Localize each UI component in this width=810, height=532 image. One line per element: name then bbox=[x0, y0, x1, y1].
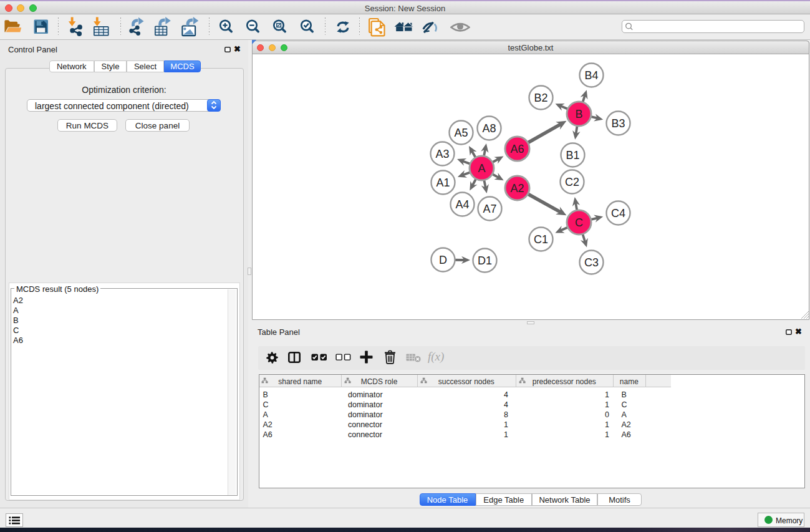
svg-text:C: C bbox=[575, 216, 583, 228]
svg-text:A6: A6 bbox=[510, 142, 524, 155]
svg-text:A8: A8 bbox=[482, 122, 496, 134]
svg-text:A5: A5 bbox=[454, 126, 468, 138]
svg-text:C2: C2 bbox=[564, 175, 579, 188]
svg-text:B1: B1 bbox=[566, 148, 579, 161]
svg-text:B4: B4 bbox=[584, 69, 598, 81]
svg-text:B3: B3 bbox=[611, 117, 625, 129]
svg-text:A2: A2 bbox=[510, 181, 524, 194]
svg-text:C4: C4 bbox=[610, 206, 625, 219]
svg-text:A3: A3 bbox=[435, 147, 449, 160]
svg-text:B2: B2 bbox=[534, 91, 547, 104]
svg-text:A7: A7 bbox=[483, 202, 496, 215]
svg-text:B: B bbox=[575, 107, 582, 120]
svg-text:D1: D1 bbox=[477, 254, 491, 266]
svg-text:A4: A4 bbox=[455, 198, 469, 210]
svg-text:C3: C3 bbox=[584, 256, 598, 268]
svg-text:D: D bbox=[439, 253, 447, 266]
svg-text:A: A bbox=[478, 162, 485, 174]
svg-text:A1: A1 bbox=[436, 176, 450, 188]
svg-text:C1: C1 bbox=[533, 233, 547, 245]
